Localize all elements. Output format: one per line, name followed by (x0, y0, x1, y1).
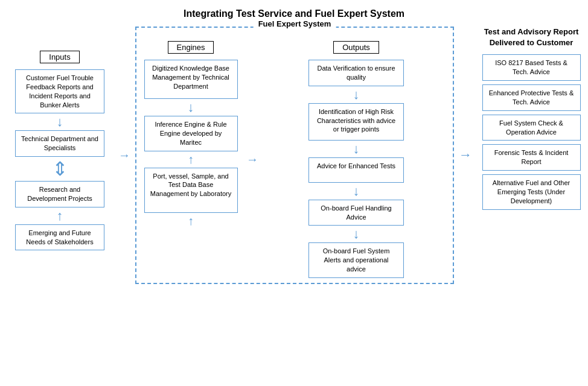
engine-box-1: Inference Engine & Rule Engine developed… (144, 116, 238, 151)
advisory-box-3: Forensic Tests & Incident Report (482, 144, 581, 171)
engines-section: Engines Digitized Knowledge Base Managem… (140, 41, 241, 278)
outputs-label: Outputs (333, 41, 379, 54)
engine-box-2: Port, vessel, Sample, and Test Data Base… (144, 168, 238, 213)
input-box-1: Technical Department and Specialists (15, 130, 104, 157)
engine-to-output-arrow: → (245, 41, 260, 278)
advisory-title-text: Test and Advisory ReportDelivered to Cus… (484, 27, 579, 47)
main-container: Integrating Test Service and Fuel Expert… (6, 8, 582, 284)
advisory-box-0: ISO 8217 Based Tests & Tech. Advice (482, 54, 581, 81)
arrow-up-1: ↑ (57, 209, 63, 223)
input-to-engine-arrow: → (116, 148, 133, 162)
inputs-column: Customer Fuel Trouble Feedback Reports a… (6, 69, 113, 250)
arrow-down-o4: ↓ (353, 227, 360, 241)
outputs-section: Outputs Data Verification to ensure qual… (263, 41, 449, 278)
advisory-title: Test and Advisory ReportDelivered to Cus… (476, 27, 587, 48)
output-box-1: Identification of High Risk Characterist… (308, 103, 404, 141)
output-box-3: On-board Fuel Handling Advice (308, 200, 404, 226)
advisory-section: Test and Advisory ReportDelivered to Cus… (477, 27, 586, 210)
arrow-up-bottom: ↑ (188, 214, 194, 228)
arrow-down-e1: ↓ (188, 101, 194, 114)
engine-box-0: Digitized Knowledge Base Management by T… (144, 60, 238, 99)
advisory-box-2: Fuel System Check & Operation Advice (482, 115, 581, 141)
engines-label: Engines (168, 41, 214, 54)
arrow-double: ⇕ (52, 159, 68, 179)
outputs-column: Data Verification to ensure quality ↓ Id… (263, 60, 449, 278)
page-title: Integrating Test Service and Fuel Expert… (6, 8, 582, 19)
engines-column: Digitized Knowledge Base Management by T… (140, 60, 241, 229)
inputs-label: Inputs (40, 51, 79, 63)
output-box-0: Data Verification to ensure quality (308, 60, 404, 86)
advisory-box-4: Alternative Fuel and Other Emerging Test… (482, 174, 581, 210)
arrow-down-o2: ↓ (353, 142, 360, 156)
arrow-down-1: ↓ (57, 115, 63, 128)
fuel-expert-title: Fuel Expert System (254, 19, 336, 28)
fuel-expert-wrapper: Fuel Expert System Engines Digitized Kno… (135, 27, 454, 284)
input-box-3: Emerging and Future Needs of Stakeholder… (15, 224, 104, 251)
output-box-2: Advice for Enhanced Tests (308, 157, 404, 183)
output-box-4: On-board Fuel System Alerts and operatio… (308, 242, 404, 278)
arrow-up-e2: ↑ (188, 153, 194, 166)
input-box-0: Customer Fuel Trouble Feedback Reports a… (15, 69, 104, 113)
arrow-down-o1: ↓ (353, 88, 360, 101)
diagram: Inputs Customer Fuel Trouble Feedback Re… (6, 27, 586, 284)
arrow-down-o3: ↓ (353, 185, 360, 198)
input-box-2: Research and Development Projects (15, 181, 104, 207)
advisory-column: ISO 8217 Based Tests & Tech. Advice Enha… (477, 54, 586, 209)
inputs-section: Inputs Customer Fuel Trouble Feedback Re… (6, 27, 113, 250)
output-to-advisory-arrow: → (456, 147, 475, 163)
advisory-box-1: Enhanced Protective Tests & Tech. Advice (482, 84, 581, 111)
